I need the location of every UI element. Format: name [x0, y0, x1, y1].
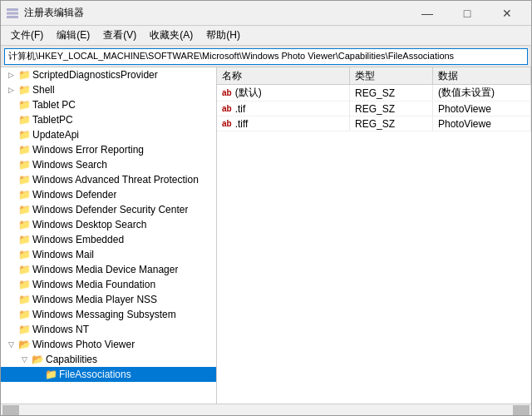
folder-icon: 📁 — [17, 293, 31, 306]
table-row[interactable]: ab (默认) REG_SZ (数值未设置) — [217, 85, 531, 102]
menu-bar: 文件(F) 编辑(E) 查看(V) 收藏夹(A) 帮助(H) — [1, 26, 531, 46]
svg-rect-2 — [7, 16, 18, 18]
tree-item-fileassoc[interactable]: 📁 FileAssociations — [1, 367, 216, 382]
scroll-left-btn[interactable] — [2, 405, 19, 415]
tree-arrow — [4, 308, 17, 321]
folder-icon: 📁 — [17, 323, 31, 336]
folder-icon: 📁 — [17, 203, 31, 216]
cell-name: ab .tiff — [217, 116, 350, 131]
cell-type: REG_SZ — [350, 116, 433, 131]
minimize-button[interactable]: — — [408, 4, 446, 22]
tree-label: Windows Advanced Threat Protection — [32, 174, 199, 186]
tree-item-win-ds[interactable]: 📁 Windows Desktop Search — [1, 217, 216, 232]
table-header: 名称 类型 数据 — [217, 67, 531, 85]
tree-label: UpdateApi — [32, 129, 79, 141]
col-name-header[interactable]: 名称 — [217, 67, 350, 84]
folder-icon: 📁 — [17, 278, 31, 291]
tree-item-win-atp[interactable]: 📁 Windows Advanced Threat Protection — [1, 172, 216, 187]
tree-label: Windows Media Device Manager — [32, 264, 178, 275]
tree-arrow — [4, 293, 17, 306]
tree-arrow — [4, 203, 17, 216]
tree-item-win-mf[interactable]: 📁 Windows Media Foundation — [1, 277, 216, 292]
tree-item-tablet-pc[interactable]: 📁 Tablet PC — [1, 97, 216, 112]
svg-rect-0 — [7, 8, 18, 11]
cell-name-text: (默认) — [235, 86, 262, 100]
title-bar: 注册表编辑器 — □ ✕ — [1, 1, 531, 26]
main-content: ▷ 📁 ScriptedDiagnosticsProvider ▷ 📁 Shel… — [1, 67, 531, 404]
registry-editor-window: 注册表编辑器 — □ ✕ 文件(F) 编辑(E) 查看(V) 收藏夹(A) 帮助… — [0, 0, 532, 416]
address-bar — [1, 46, 531, 67]
tree-item-win-embedded[interactable]: 📁 Windows Embedded — [1, 232, 216, 247]
tree-item-win-mail[interactable]: 📁 Windows Mail — [1, 247, 216, 262]
cell-type: REG_SZ — [350, 85, 433, 101]
close-button[interactable]: ✕ — [488, 4, 526, 22]
tree-arrow — [31, 368, 44, 381]
table-row[interactable]: ab .tiff REG_SZ PhotoViewe — [217, 116, 531, 131]
tree-label: Windows Media Player NSS — [32, 294, 157, 305]
tree-arrow — [4, 158, 17, 171]
tree-item-scripted[interactable]: ▷ 📁 ScriptedDiagnosticsProvider — [1, 67, 216, 82]
folder-icon: 📁 — [17, 188, 31, 201]
folder-icon: 📁 — [17, 263, 31, 276]
tree-label: ScriptedDiagnosticsProvider — [32, 69, 158, 81]
folder-icon: 📁 — [17, 128, 31, 141]
scroll-track — [21, 406, 511, 414]
tree-label: Windows Photo Viewer — [32, 339, 135, 350]
cell-name-text: .tif — [235, 103, 246, 115]
tree-label: Windows NT — [32, 324, 89, 335]
col-data-header[interactable]: 数据 — [433, 67, 531, 84]
tree-arrow: ▷ — [4, 68, 17, 82]
folder-icon: 📁 — [17, 308, 31, 321]
tree-item-win-nt[interactable]: 📁 Windows NT — [1, 322, 216, 337]
maximize-button[interactable]: □ — [448, 4, 486, 22]
horizontal-scrollbar[interactable] — [1, 404, 531, 415]
menu-help[interactable]: 帮助(H) — [200, 27, 247, 44]
address-input[interactable] — [4, 48, 528, 65]
tree-label: Windows Messaging Subsystem — [32, 309, 176, 320]
menu-view[interactable]: 查看(V) — [96, 27, 143, 44]
tree-arrow — [4, 188, 17, 201]
folder-icon: 📁 — [17, 143, 31, 156]
cell-name: ab .tif — [217, 102, 350, 116]
cell-name-text: .tiff — [235, 118, 249, 130]
app-icon — [6, 7, 19, 20]
tree-item-win-msg[interactable]: 📁 Windows Messaging Subsystem — [1, 307, 216, 322]
tree-item-updateapi[interactable]: 📁 UpdateApi — [1, 127, 216, 142]
tree-item-win-pv[interactable]: ▽ 📂 Windows Photo Viewer — [1, 337, 216, 352]
tree-item-win-error[interactable]: 📁 Windows Error Reporting — [1, 142, 216, 157]
scroll-right-btn[interactable] — [513, 405, 530, 415]
tree-item-win-dsc[interactable]: 📁 Windows Defender Security Center — [1, 202, 216, 217]
col-type-header[interactable]: 类型 — [350, 67, 433, 84]
folder-icon: 📁 — [17, 233, 31, 246]
cell-data: PhotoViewe — [433, 102, 531, 116]
folder-icon: 📂 — [31, 353, 44, 366]
tree-item-win-mpn[interactable]: 📁 Windows Media Player NSS — [1, 292, 216, 307]
tree-item-win-mdd[interactable]: 📁 Windows Media Device Manager — [1, 262, 216, 277]
tree-label: Windows Media Foundation — [32, 279, 155, 290]
folder-icon: 📁 — [17, 218, 31, 231]
menu-favorites[interactable]: 收藏夹(A) — [143, 27, 200, 44]
tree-item-shell[interactable]: ▷ 📁 Shell — [1, 82, 216, 97]
menu-file[interactable]: 文件(F) — [4, 27, 50, 44]
folder-icon: 📁 — [17, 113, 31, 126]
tree-item-win-defender[interactable]: 📁 Windows Defender — [1, 187, 216, 202]
folder-icon: 📁 — [17, 158, 31, 171]
title-controls: — □ ✕ — [408, 4, 526, 22]
reg-value-icon: ab — [222, 88, 232, 97]
cell-data: PhotoViewe — [433, 116, 531, 131]
menu-edit[interactable]: 编辑(E) — [50, 27, 96, 44]
table-row[interactable]: ab .tif REG_SZ PhotoViewe — [217, 102, 531, 116]
tree-pane[interactable]: ▷ 📁 ScriptedDiagnosticsProvider ▷ 📁 Shel… — [1, 67, 217, 404]
tree-label: FileAssociations — [59, 369, 131, 380]
tree-label: Windows Desktop Search — [32, 219, 146, 230]
folder-icon: 📁 — [17, 173, 31, 186]
tree-item-win-search[interactable]: 📁 Windows Search — [1, 157, 216, 172]
folder-icon: 📂 — [17, 338, 31, 351]
tree-arrow — [4, 143, 17, 156]
tree-arrow — [4, 323, 17, 336]
tree-label: Windows Defender Security Center — [32, 204, 188, 215]
right-pane: 名称 类型 数据 ab (默认) REG_SZ (数值未设置) — [217, 67, 531, 404]
tree-item-tabletpc[interactable]: 📁 TabletPC — [1, 112, 216, 127]
tree-item-capabilities[interactable]: ▽ 📂 Capabilities — [1, 352, 216, 367]
cell-name: ab (默认) — [217, 85, 350, 101]
